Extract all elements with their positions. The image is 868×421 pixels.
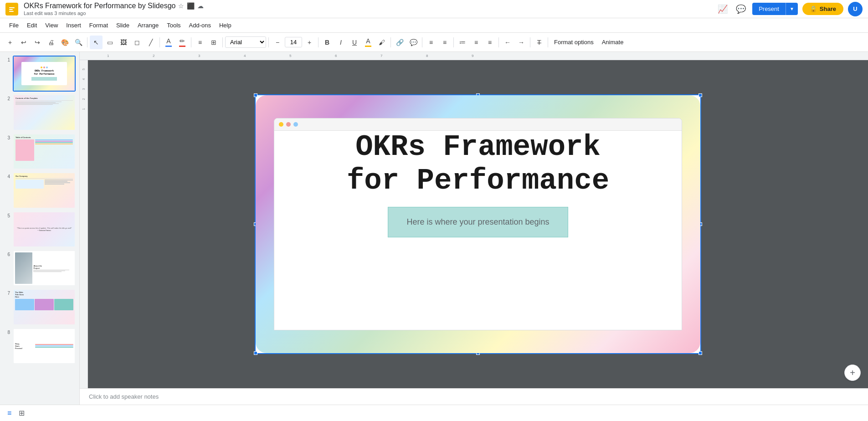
- add-button[interactable]: +: [4, 36, 16, 49]
- bold-button[interactable]: B: [321, 36, 334, 49]
- text-box-button[interactable]: ▭: [103, 36, 116, 49]
- slide-subtitle-text: Here is where your presentation begins: [406, 217, 549, 226]
- toolbar: + ↩ ↪ 🖨 🎨 🔍 ↖ ▭ 🖼 ◻ ╱ A ✏ ≡ ⊞ Arial − + …: [0, 33, 868, 52]
- clear-format-button[interactable]: T̶: [533, 36, 545, 49]
- slide-3-thumb[interactable]: Table of Contents: [13, 133, 76, 169]
- line-button[interactable]: ╱: [144, 36, 157, 49]
- comments-icon[interactable]: 💬: [734, 2, 748, 16]
- font-size-increase[interactable]: +: [303, 36, 316, 49]
- italic-button[interactable]: I: [334, 36, 347, 49]
- menu-view[interactable]: View: [41, 20, 62, 31]
- shape-button[interactable]: ◻: [131, 36, 144, 49]
- font-size-input[interactable]: [285, 37, 302, 47]
- browser-chrome: [274, 118, 682, 131]
- browser-dot-red: [286, 122, 291, 127]
- handle-bl[interactable]: [254, 351, 257, 355]
- align-center-button[interactable]: ≡: [438, 36, 451, 49]
- handle-tr[interactable]: [699, 93, 702, 97]
- paint-format-button[interactable]: 🎨: [58, 36, 71, 49]
- save-icon[interactable]: ⬛: [187, 2, 195, 10]
- notes-bar[interactable]: Click to add speaker notes: [80, 388, 868, 405]
- image-button[interactable]: 🖼: [117, 36, 130, 49]
- slide-5-number: 5: [4, 211, 10, 218]
- slide-8-number: 8: [4, 328, 10, 335]
- grid-view-button[interactable]: ⊞: [17, 407, 26, 419]
- slide-1-thumb[interactable]: OKRs Frameworkfor Performance: [13, 56, 76, 92]
- doc-title: OKRs Framework for Performance by Slides…: [24, 2, 175, 10]
- font-family-select[interactable]: Arial: [225, 36, 266, 48]
- present-button[interactable]: Present: [752, 3, 786, 15]
- last-edit: Last edit was 3 minutes ago: [24, 10, 86, 16]
- share-button[interactable]: 🔒 Share: [802, 3, 843, 15]
- link-button[interactable]: 🔗: [393, 36, 406, 49]
- slide-2-thumb[interactable]: Contents of this Template: [13, 94, 76, 130]
- star-icon[interactable]: ☆: [178, 2, 184, 10]
- slide-main-title[interactable]: OKRs Framework for Performance: [329, 131, 627, 198]
- border-color-button[interactable]: ✏: [176, 36, 189, 49]
- animate-button[interactable]: Animate: [598, 36, 627, 48]
- slide-canvas[interactable]: OKRs Framework for Performance Here is w…: [255, 94, 701, 354]
- placeholder-button[interactable]: ⊞: [207, 36, 220, 49]
- undo-button[interactable]: ↩: [17, 36, 30, 49]
- handle-br[interactable]: [699, 351, 702, 355]
- slide-2-container: 2 Contents of this Template: [4, 94, 76, 130]
- list-view-button[interactable]: ≡: [5, 407, 13, 419]
- menu-insert[interactable]: Insert: [62, 20, 85, 31]
- title-bar-right: 📈 💬 Present ▼ 🔒 Share U: [716, 2, 863, 16]
- menu-help[interactable]: Help: [216, 20, 235, 31]
- indent-list-button[interactable]: ≡: [483, 36, 496, 49]
- format-options-button[interactable]: Format options: [550, 36, 597, 48]
- menu-addons[interactable]: Add-ons: [185, 20, 215, 31]
- cloud-icon[interactable]: ☁: [197, 2, 204, 10]
- menu-arrange[interactable]: Arrange: [134, 20, 162, 31]
- slide-7-thumb[interactable]: The SlideTitle GoesHere: [13, 289, 76, 325]
- browser-content[interactable]: OKRs Framework for Performance Here is w…: [274, 131, 682, 237]
- menu-slide[interactable]: Slide: [113, 20, 133, 31]
- menu-edit[interactable]: Edit: [23, 20, 41, 31]
- menu-bar: File Edit View Insert Format Slide Arran…: [0, 18, 868, 33]
- title-area: OKRs Framework for Performance by Slides…: [24, 2, 204, 16]
- slide-1-number: 1: [4, 56, 10, 62]
- slide-subtitle-box[interactable]: Here is where your presentation begins: [388, 207, 568, 237]
- redo-button[interactable]: ↪: [31, 36, 44, 49]
- notes-placeholder: Click to add speaker notes: [89, 393, 159, 400]
- slide-6-thumb[interactable]: About theProject: [13, 250, 76, 286]
- slide-7-container: 7 The SlideTitle GoesHere: [4, 289, 76, 325]
- indent-less-button[interactable]: ←: [501, 36, 514, 49]
- menu-file[interactable]: File: [5, 20, 22, 31]
- slide-3-container: 3 Table of Contents: [4, 133, 76, 169]
- indent-more-button[interactable]: →: [515, 36, 528, 49]
- browser-dot-yellow: [279, 122, 283, 127]
- menu-format[interactable]: Format: [86, 20, 112, 31]
- underline-button[interactable]: U: [348, 36, 361, 49]
- comment-button[interactable]: 💬: [407, 36, 420, 49]
- separator-7: [390, 37, 391, 47]
- handle-tl[interactable]: [254, 93, 257, 97]
- present-dropdown-button[interactable]: ▼: [786, 3, 798, 15]
- slide-7-number: 7: [4, 289, 10, 296]
- text-color-button[interactable]: A: [362, 36, 375, 49]
- avatar[interactable]: U: [848, 2, 863, 16]
- slide-5-thumb[interactable]: "This is a quote across list of update. …: [13, 211, 76, 247]
- canvas-scroll[interactable]: OKRs Framework for Performance Here is w…: [88, 60, 868, 388]
- svg-rect-1: [9, 7, 15, 8]
- numbered-list-button[interactable]: ≔: [456, 36, 469, 49]
- analytics-icon[interactable]: 📈: [716, 2, 729, 16]
- separator-4: [222, 37, 223, 47]
- fill-color-button[interactable]: A: [162, 36, 175, 49]
- slide-4-thumb[interactable]: Our Company: [13, 172, 76, 208]
- zoom-button[interactable]: 🔍: [72, 36, 85, 49]
- align-button[interactable]: ≡: [194, 36, 206, 49]
- bullet-list-button[interactable]: ≡: [470, 36, 483, 49]
- cursor-button[interactable]: ↖: [90, 36, 103, 49]
- print-button[interactable]: 🖨: [45, 36, 57, 49]
- ruler-top: 1 2 3 4 5 6 7 8 9: [80, 52, 868, 60]
- present-button-group: Present ▼: [752, 3, 798, 15]
- separator-1: [87, 37, 87, 47]
- font-size-decrease[interactable]: −: [271, 36, 284, 49]
- zoom-add-button[interactable]: +: [844, 365, 861, 381]
- menu-tools[interactable]: Tools: [163, 20, 184, 31]
- align-left-button[interactable]: ≡: [425, 36, 437, 49]
- highlight-button[interactable]: 🖌: [375, 36, 388, 49]
- slide-8-thumb[interactable]: Stop,Start,Proceed: [13, 328, 76, 364]
